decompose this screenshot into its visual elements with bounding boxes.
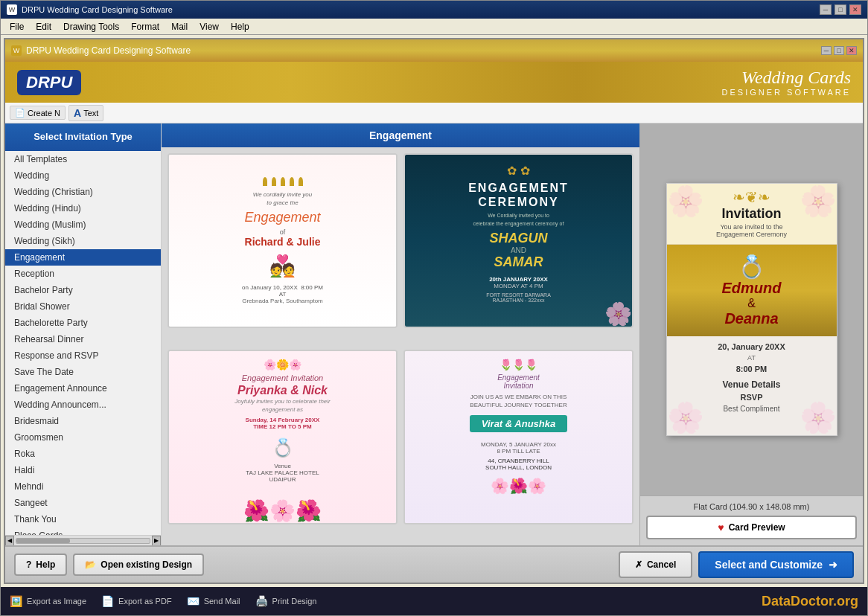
sidebar-item-wedding-sikh[interactable]: Wedding (Sikh): [5, 233, 161, 249]
center-header: Engagement: [162, 123, 639, 147]
folder-icon: 📂: [85, 559, 96, 570]
sidebar-item-all-templates[interactable]: All Templates: [5, 151, 161, 167]
sidebar-item-groomsmen[interactable]: Groomsmen: [5, 429, 161, 446]
inner-window-controls: ─ □ ✕: [821, 46, 857, 55]
right-panel-bottom: Flat Card (104.90 x 148.08 mm) ♥ Card Pr…: [640, 495, 863, 545]
inner-maximize-button[interactable]: □: [834, 46, 844, 55]
h-scrollbar-track[interactable]: [16, 538, 150, 544]
sidebar-item-wedding[interactable]: Wedding: [5, 167, 161, 184]
export-pdf-item[interactable]: 📄 Export as PDF: [101, 595, 172, 607]
main-content: Select Invitation Type All Templates Wed…: [5, 123, 863, 545]
heart-icon: ♥: [718, 522, 724, 533]
tpl2-small: We Cordially invited you tocelebrate the…: [473, 212, 564, 228]
sidebar-item-bridal-shower[interactable]: Bridal Shower: [5, 298, 161, 315]
tpl1-title: Engagement: [244, 210, 320, 225]
create-new-button[interactable]: 📄 Create N: [10, 106, 66, 120]
sidebar-item-save-date[interactable]: Save The Date: [5, 364, 161, 380]
inner-title-left: W DRPU Wedding Card Designing Software: [11, 45, 191, 56]
template-card-1[interactable]: We cordially invite youto grace the Enga…: [167, 153, 398, 328]
sidebar-item-bachelorette[interactable]: Bachelorette Party: [5, 315, 161, 331]
sidebar-item-sangeet[interactable]: Sangeet: [5, 495, 161, 511]
help-icon: ?: [26, 559, 31, 570]
menu-file[interactable]: File: [4, 20, 30, 33]
menu-drawing-tools[interactable]: Drawing Tools: [57, 20, 125, 33]
tpl2-and: AND: [511, 246, 526, 254]
print-design-item[interactable]: 🖨️ Print Design: [255, 595, 317, 607]
tpl2-title: ENGAGEMENTCEREMONY: [468, 181, 569, 209]
inner-title-bar: W DRPU Wedding Card Designing Software ─…: [5, 39, 863, 62]
sidebar-item-response-rsvp[interactable]: Response and RSVP: [5, 347, 161, 364]
sidebar-item-wedding-christian[interactable]: Wedding (Christian): [5, 184, 161, 200]
tpl1-date: on January 10, 20XX 8:00 PM: [242, 284, 323, 291]
open-existing-button[interactable]: 📂 Open existing Design: [73, 554, 204, 576]
sidebar-item-reception[interactable]: Reception: [5, 266, 161, 282]
tpl2-flowers-icon: 🌸: [604, 301, 632, 327]
tpl4-title: EngagementInvitation: [497, 373, 540, 390]
header-banner: DRPU Wedding Cards DESIGNER SOFTWARE: [5, 62, 863, 103]
tpl4-venue: 44, CRANBERRY HILLSOUTH HALL, LONDON: [485, 458, 552, 471]
cancel-icon: ✗: [635, 559, 642, 570]
sidebar-item-haldi[interactable]: Haldi: [5, 462, 161, 478]
menu-help[interactable]: Help: [225, 20, 255, 33]
template-1-content: We cordially invite youto grace the Enga…: [169, 155, 396, 327]
help-button[interactable]: ? Help: [14, 554, 67, 576]
text-tool-button[interactable]: A Text: [68, 105, 103, 121]
select-customize-button[interactable]: Select and Customize ➜: [698, 551, 854, 578]
preview-card: 🌸 🌸 🌸 🌸 ❧❦❧ Invitation You are invited t…: [666, 183, 837, 436]
export-image-item[interactable]: 🖼️ Export as Image: [10, 595, 86, 607]
h-scrollbar-thumb: [16, 539, 69, 543]
sidebar-item-wedding-hindu[interactable]: Wedding (Hindu): [5, 200, 161, 216]
tpl3-names: Priyanka & Nick: [237, 384, 328, 397]
sidebar-item-mehndi[interactable]: Mehndi: [5, 478, 161, 495]
tpl1-of: of: [280, 228, 286, 236]
sidebar-item-rehearsal[interactable]: Rehearsal Dinner: [5, 331, 161, 347]
sidebar-item-roka[interactable]: Roka: [5, 446, 161, 462]
pc-top-decor: ❧❦❧ Invitation You are invited to theEng…: [667, 184, 837, 245]
sidebar-scrollbar[interactable]: ◀ ▶: [5, 535, 161, 545]
tpl4-join: JOIN US AS WE EMBARK ON THISBEAUTIFUL JO…: [470, 393, 567, 409]
sidebar-item-place-cards[interactable]: Place Cards: [5, 527, 161, 535]
card-preview-button[interactable]: ♥ Card Preview: [646, 516, 857, 539]
menu-format[interactable]: Format: [125, 20, 165, 33]
pc-date: 20, January 20XX: [673, 342, 831, 351]
templates-grid[interactable]: We cordially invite youto grace the Enga…: [162, 147, 639, 545]
template-card-2[interactable]: ✿ ✿ ENGAGEMENTCEREMONY We Cordially invi…: [403, 153, 634, 328]
pc-subtitle: You are invited to theEngagement Ceremon…: [673, 223, 831, 238]
close-button[interactable]: ✕: [849, 4, 861, 15]
template-card-3[interactable]: 🌸🌼🌸 Engagement Invitation Priyanka & Nic…: [167, 350, 398, 524]
send-mail-item[interactable]: ✉️ Send Mail: [187, 595, 240, 607]
pc-time: 8:00 PM: [673, 365, 831, 373]
maximize-button[interactable]: □: [835, 4, 846, 15]
tpl2-name2: SAMAR: [494, 254, 543, 270]
tpl4-floral: 🌷🌷🌷: [500, 359, 537, 370]
tpl1-couple-icon: 💑: [269, 254, 296, 278]
outer-title-left: W DRPU Wedding Card Designing Software: [7, 4, 173, 15]
inner-minimize-button[interactable]: ─: [821, 46, 832, 55]
scroll-left-arrow[interactable]: ◀: [5, 536, 14, 546]
sidebar-item-bridesmaid[interactable]: Bridesmaid: [5, 413, 161, 429]
sidebar-list[interactable]: All Templates Wedding Wedding (Christian…: [5, 151, 161, 535]
sidebar-item-bachelor-party[interactable]: Bachelor Party: [5, 282, 161, 298]
menu-mail[interactable]: Mail: [165, 20, 194, 33]
preview-area: 🌸 🌸 🌸 🌸 ❧❦❧ Invitation You are invited t…: [640, 123, 863, 495]
menu-edit[interactable]: Edit: [30, 20, 57, 33]
sidebar-item-engagement[interactable]: Engagement: [5, 249, 161, 266]
status-left: 🖼️ Export as Image 📄 Export as PDF ✉️ Se…: [10, 595, 316, 607]
sidebar: Select Invitation Type All Templates Wed…: [5, 123, 162, 545]
export-image-icon: 🖼️: [10, 595, 22, 607]
menu-view[interactable]: View: [194, 20, 225, 33]
sidebar-item-thank-you[interactable]: Thank You: [5, 511, 161, 527]
inner-close-button[interactable]: ✕: [846, 46, 857, 55]
sidebar-item-wedding-muslim[interactable]: Wedding (Muslim): [5, 216, 161, 233]
sidebar-item-engagement-announce[interactable]: Engagement Announce: [5, 380, 161, 397]
card-size-label: Flat Card (104.90 x 148.08 mm): [646, 502, 857, 511]
tpl3-flowers-bottom: 🌺🌸🌺: [169, 498, 396, 523]
cancel-button[interactable]: ✗ Cancel: [619, 551, 692, 578]
pc-invitation-title: Invitation: [673, 206, 831, 222]
template-card-4[interactable]: 🌷🌷🌷 EngagementInvitation JOIN US AS WE E…: [403, 350, 634, 524]
scroll-right-arrow[interactable]: ▶: [152, 536, 161, 546]
status-bar: 🖼️ Export as Image 📄 Export as PDF ✉️ Se…: [1, 587, 867, 615]
minimize-button[interactable]: ─: [820, 4, 832, 15]
sidebar-item-wedding-announce[interactable]: Wedding Announcem...: [5, 397, 161, 413]
pc-venue-title: Venue Details: [673, 379, 831, 390]
